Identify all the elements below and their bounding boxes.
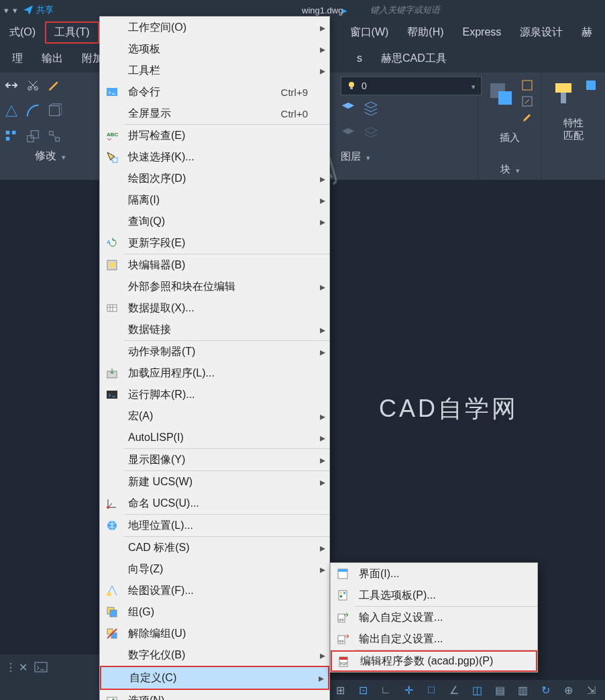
search-box[interactable]: 键入关键字或短语 bbox=[370, 4, 440, 16]
layer-freeze-icon[interactable] bbox=[341, 126, 355, 141]
box-icon[interactable] bbox=[47, 103, 62, 118]
edit-block-icon[interactable] bbox=[521, 95, 533, 107]
menu-item[interactable]: 数据提取(X)... bbox=[100, 297, 329, 319]
menu-item[interactable]: 解除编组(U) bbox=[100, 623, 329, 644]
menu-last[interactable]: 赫 bbox=[572, 21, 602, 44]
submenu-item[interactable]: 界面(I)... bbox=[331, 563, 537, 585]
menu-item[interactable]: 查询(Q)▸ bbox=[100, 211, 329, 232]
submenu-item[interactable]: cui输出自定义设置... bbox=[331, 628, 537, 650]
menu-item[interactable]: 动作录制器(T)▸ bbox=[100, 341, 329, 362]
command-bar[interactable]: ⋮ ✕ bbox=[0, 654, 99, 680]
insert-button[interactable] bbox=[486, 79, 516, 109]
menu-item[interactable]: 外部参照和块在位编辑▸ bbox=[100, 276, 329, 297]
menu-item[interactable]: 自定义(C)▸ bbox=[100, 666, 329, 690]
menu-item[interactable]: 隔离(I)▸ bbox=[100, 189, 329, 211]
svg-rect-6 bbox=[28, 136, 34, 142]
attr-edit-icon[interactable] bbox=[521, 111, 533, 123]
menu-item[interactable]: CAD 标准(S)▸ bbox=[100, 537, 329, 558]
tp-icon bbox=[331, 589, 355, 601]
arc-icon[interactable] bbox=[25, 103, 40, 118]
sb-lw-icon[interactable]: ▤ bbox=[491, 683, 508, 697]
geom-icon[interactable] bbox=[4, 103, 19, 118]
create-block-icon[interactable] bbox=[521, 79, 533, 91]
svg-rect-45 bbox=[339, 657, 347, 660]
props-label-2: 匹配 bbox=[563, 130, 584, 142]
menu-item-label: 运行脚本(R)... bbox=[124, 388, 269, 402]
explode-icon[interactable] bbox=[47, 129, 62, 144]
share-button[interactable]: 共享 bbox=[23, 4, 54, 16]
menu-yuanquan[interactable]: 源泉设计 bbox=[510, 21, 572, 44]
menu-item[interactable]: 快速选择(K)... bbox=[100, 146, 329, 168]
sb-grid-icon[interactable]: ⊞ bbox=[331, 683, 349, 697]
layer-stack-icon[interactable] bbox=[364, 101, 378, 115]
menu-item[interactable]: 工具栏▸ bbox=[100, 60, 329, 81]
menu-item[interactable]: 运行脚本(R)... bbox=[100, 384, 329, 405]
menu-item[interactable]: AutoLISP(I)▸ bbox=[100, 427, 329, 448]
menu-tools[interactable]: 工具(T) bbox=[45, 21, 99, 44]
menu-item[interactable]: 显示图像(Y)▸ bbox=[100, 449, 329, 470]
menu-item[interactable]: ABC拼写检查(E) bbox=[100, 125, 329, 146]
layer-iso-icon[interactable] bbox=[341, 101, 355, 115]
menu-item[interactable]: 加载应用程序(L)... bbox=[100, 362, 329, 384]
layer-current: 0 bbox=[362, 81, 367, 91]
sb-monitor-icon[interactable]: ⊕ bbox=[559, 683, 577, 697]
match-props-button[interactable] bbox=[550, 79, 580, 109]
menu-item[interactable]: 选项板▸ bbox=[100, 38, 329, 60]
menu-format[interactable]: 式(O) bbox=[0, 21, 45, 44]
qat-dd-icon-2[interactable]: ▾ bbox=[13, 5, 17, 15]
menu-item[interactable]: 组(G) bbox=[100, 601, 329, 623]
sb-angle-icon[interactable]: ∠ bbox=[445, 683, 463, 697]
move-icon[interactable] bbox=[4, 78, 19, 93]
menu-item[interactable]: 地理位置(L)... bbox=[100, 515, 329, 536]
sb-osnap-icon[interactable]: □ bbox=[423, 683, 440, 697]
pencil-icon[interactable] bbox=[47, 78, 62, 93]
pgp-icon: PGP bbox=[332, 655, 356, 667]
menu-item[interactable]: 命令行Ctrl+9 bbox=[100, 81, 329, 103]
menu-window[interactable]: 窗口(W) bbox=[341, 21, 398, 44]
menu-item[interactable]: 绘图次序(D)▸ bbox=[100, 168, 329, 189]
qat-dd-icon[interactable]: ▾ bbox=[4, 5, 9, 15]
layer-lock-icon[interactable] bbox=[364, 126, 378, 141]
menu-item[interactable]: 选项(N)... bbox=[100, 690, 329, 700]
menu-item[interactable]: 数据链接▸ bbox=[100, 319, 329, 340]
svg-rect-23 bbox=[107, 305, 117, 311]
menu-item-label: CAD 标准(S) bbox=[124, 541, 269, 555]
sb-cycle-icon[interactable]: ↻ bbox=[537, 683, 554, 697]
menu-item[interactable]: A更新字段(E) bbox=[100, 232, 329, 254]
array-icon[interactable] bbox=[4, 129, 19, 144]
submenu-item[interactable]: cui输入自定义设置... bbox=[331, 607, 537, 628]
menu-item[interactable]: 块编辑器(B) bbox=[100, 254, 329, 276]
sb-scale-icon[interactable]: ⇲ bbox=[582, 683, 600, 697]
menu-item[interactable]: 新建 UCS(W)▸ bbox=[100, 471, 329, 493]
layer-panel-label[interactable]: 图层 bbox=[329, 146, 482, 167]
sb-polar-icon[interactable]: ✛ bbox=[400, 683, 417, 697]
block-panel-label[interactable]: 块 bbox=[500, 158, 520, 176]
bylayer-icon[interactable] bbox=[585, 79, 597, 91]
scale-icon[interactable] bbox=[25, 129, 40, 144]
submenu-item[interactable]: 工具选项板(P)... bbox=[331, 585, 537, 606]
menu-item[interactable]: 命名 UCS(U)... bbox=[100, 493, 329, 514]
sb-trans-icon[interactable]: ▥ bbox=[514, 683, 531, 697]
sb-ortho-icon[interactable]: ∟ bbox=[377, 683, 394, 697]
menu-item[interactable]: 向导(Z)▸ bbox=[100, 558, 329, 580]
close-icon[interactable]: ⋮ ✕ bbox=[5, 661, 28, 674]
menu-item[interactable]: 工作空间(O)▸ bbox=[100, 17, 329, 38]
menu-help[interactable]: 帮助(H) bbox=[398, 21, 453, 44]
submenu-item[interactable]: PGP编辑程序参数 (acad.pgp)(P) bbox=[331, 650, 537, 672]
menu-express[interactable]: Express bbox=[453, 22, 511, 42]
menu-item[interactable]: 全屏显示Ctrl+0 bbox=[100, 103, 329, 124]
menu-item[interactable]: 绘图设置(F)... bbox=[100, 580, 329, 601]
layer-dropdown[interactable]: 0 bbox=[341, 77, 482, 95]
svg-rect-7 bbox=[31, 131, 38, 138]
modify-panel-label[interactable]: 修改 bbox=[0, 149, 101, 163]
ribbon-tab-hesi[interactable]: 赫思CAD工具 bbox=[372, 48, 456, 70]
menu-item[interactable]: 宏(A)▸ bbox=[100, 405, 329, 427]
sb-snap-icon[interactable]: ⊡ bbox=[354, 683, 372, 697]
doc-nav-icon[interactable]: ▸ bbox=[343, 5, 347, 15]
sb-otrack-icon[interactable]: ◫ bbox=[468, 683, 486, 697]
ribbon-tab-output[interactable]: 输出 bbox=[32, 48, 72, 70]
menu-item[interactable]: 数字化仪(B)▸ bbox=[100, 644, 329, 666]
ribbon-tab-s[interactable]: s bbox=[347, 48, 372, 68]
trim-icon[interactable] bbox=[25, 78, 40, 93]
ribbon-tab-manage[interactable]: 理 bbox=[3, 48, 32, 70]
